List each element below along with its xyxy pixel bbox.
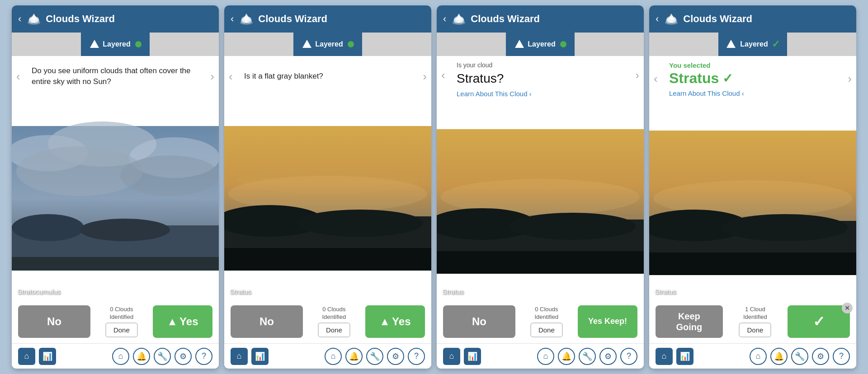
bell-nav-3[interactable]: 🔔 <box>558 348 575 365</box>
home-nav-1[interactable]: ⌂ <box>112 348 129 365</box>
svg-rect-15 <box>12 257 219 271</box>
back-button-3[interactable]: ‹ <box>443 13 446 25</box>
bottom-left-1: ⌂ 📊 <box>18 348 56 365</box>
image-area-4: Stratus ⇔ ☛ <box>649 106 856 300</box>
yes-button-1[interactable]: ▲ Yes <box>153 305 212 338</box>
back-button-1[interactable]: ‹ <box>18 13 21 25</box>
close-icon-4[interactable]: ✕ <box>842 303 853 313</box>
yes-label-2: Yes <box>392 315 410 328</box>
svg-rect-30 <box>224 248 431 271</box>
settings-nav-4[interactable]: ⚙ <box>812 348 829 365</box>
keep-going-button-4[interactable]: KeepGoing <box>656 305 723 338</box>
done-button-2[interactable]: Done <box>318 323 350 337</box>
bell-nav-2[interactable]: 🔔 <box>345 348 363 365</box>
tab-dot-1 <box>135 41 142 47</box>
swipe-icon-1: ⇔ ☛ <box>193 274 213 295</box>
tab-layered-1[interactable]: Layered <box>81 33 150 56</box>
next-arrow-4[interactable]: › <box>848 71 852 85</box>
svg-rect-58 <box>649 252 856 275</box>
svg-text:☛: ☛ <box>410 286 417 294</box>
yes-arrow-1: ▲ <box>167 315 178 328</box>
home-nav-4[interactable]: ⌂ <box>750 348 767 365</box>
bottom-nav-2: ⌂ 📊 ⌂ 🔔 🔧 ⚙ ? <box>224 343 431 369</box>
selected-cloud-name-4: Stratus <box>669 70 719 87</box>
chart-icon-3[interactable]: 📊 <box>464 348 481 365</box>
clouds-count-1: 0 Clouds Identified <box>109 306 133 321</box>
header-1: ‹ Clouds Wizard <box>12 5 219 33</box>
wrench-nav-3[interactable]: 🔧 <box>579 348 596 365</box>
yes-keep-label-3: Yes Keep! <box>588 317 627 327</box>
tab-layered-2[interactable]: Layered <box>293 33 363 56</box>
back-button-4[interactable]: ‹ <box>656 13 659 25</box>
done-button-3[interactable]: Done <box>530 323 563 337</box>
home-icon-1[interactable]: ⌂ <box>18 348 35 365</box>
wrench-nav-2[interactable]: 🔧 <box>366 348 383 365</box>
tab-other-2[interactable] <box>362 33 431 56</box>
next-arrow-3[interactable]: › <box>635 68 639 82</box>
home-icon-2[interactable]: ⌂ <box>231 348 248 365</box>
cone-icon-1 <box>89 39 100 50</box>
selected-name-4: Stratus ✓ <box>669 70 733 87</box>
tab-layered-3[interactable]: Layered <box>506 33 575 56</box>
help-nav-4[interactable]: ? <box>833 348 850 365</box>
prev-arrow-2[interactable]: ‹ <box>229 70 233 84</box>
svg-marker-52 <box>726 40 736 48</box>
bell-nav-4[interactable]: 🔔 <box>770 348 788 365</box>
yes-keep-button-3[interactable]: Yes Keep! <box>578 305 637 338</box>
chart-icon-1[interactable]: 📊 <box>39 348 56 365</box>
no-button-2[interactable]: No <box>231 305 303 338</box>
tab-other-4[interactable] <box>787 33 856 56</box>
no-button-1[interactable]: No <box>18 305 90 338</box>
bottom-left-2: ⌂ 📊 <box>231 348 269 365</box>
tab-layered-4[interactable]: Layered ✓ <box>718 33 788 56</box>
svg-point-43 <box>509 213 636 240</box>
next-arrow-1[interactable]: › <box>210 70 214 84</box>
done-button-1[interactable]: Done <box>105 323 138 337</box>
header-title-1: Clouds Wizard <box>46 13 212 25</box>
bottom-nav-4: ⌂ 📊 ⌂ 🔔 🔧 ⚙ ? <box>649 343 856 369</box>
back-button-2[interactable]: ‹ <box>231 13 234 25</box>
screen-2: ‹ Clouds Wizard Layered <box>224 5 431 369</box>
tab-flat-1[interactable] <box>12 33 81 56</box>
tab-flat-2[interactable] <box>224 33 293 56</box>
next-arrow-2[interactable]: › <box>423 70 427 84</box>
settings-nav-3[interactable]: ⚙ <box>599 348 617 365</box>
swipe-icon-4: ⇔ ☛ <box>831 274 851 295</box>
home-nav-3[interactable]: ⌂ <box>537 348 554 365</box>
home-icon-3[interactable]: ⌂ <box>443 348 460 365</box>
check-button-4[interactable]: ✓ ✕ <box>788 305 850 338</box>
svg-point-29 <box>297 210 423 237</box>
learn-link-4[interactable]: Learn About This Cloud ‹ <box>669 89 744 97</box>
bell-nav-1[interactable]: 🔔 <box>133 348 150 365</box>
tab-other-3[interactable] <box>575 33 644 56</box>
tab-flat-4[interactable] <box>649 33 718 56</box>
selected-check-icon-4: ✓ <box>722 71 733 86</box>
settings-nav-1[interactable]: ⚙ <box>175 348 192 365</box>
screens-container: ‹ Clouds Wizard Layered <box>0 0 868 374</box>
tab-dot-2 <box>348 41 354 47</box>
learn-link-3[interactable]: Learn About This Cloud ‹ <box>457 90 532 98</box>
home-nav-2[interactable]: ⌂ <box>325 348 342 365</box>
done-button-4[interactable]: Done <box>739 323 771 337</box>
wrench-nav-4[interactable]: 🔧 <box>791 348 808 365</box>
prev-arrow-4[interactable]: ‹ <box>654 71 658 85</box>
home-icon-4[interactable]: ⌂ <box>656 348 673 365</box>
chart-icon-4[interactable]: 📊 <box>676 348 693 365</box>
tab-dot-3 <box>560 41 566 47</box>
yes-button-2[interactable]: ▲ Yes <box>365 305 425 338</box>
help-nav-1[interactable]: ? <box>195 348 212 365</box>
settings-nav-2[interactable]: ⚙ <box>387 348 404 365</box>
prev-arrow-3[interactable]: ‹ <box>441 68 445 82</box>
svg-text:☛: ☛ <box>198 286 204 294</box>
question-text-3: Stratus? <box>457 70 504 87</box>
help-nav-3[interactable]: ? <box>620 348 637 365</box>
chart-icon-2[interactable]: 📊 <box>251 348 269 365</box>
no-button-3[interactable]: No <box>443 305 515 338</box>
wrench-nav-1[interactable]: 🔧 <box>154 348 171 365</box>
clouds-info-2: 0 Clouds Identified Done <box>307 306 362 338</box>
image-area-3: Stratus ⇔ ☛ <box>437 103 644 300</box>
tab-flat-3[interactable] <box>437 33 506 56</box>
help-nav-2[interactable]: ? <box>408 348 425 365</box>
prev-arrow-1[interactable]: ‹ <box>16 70 20 84</box>
tab-other-1[interactable] <box>150 33 219 56</box>
